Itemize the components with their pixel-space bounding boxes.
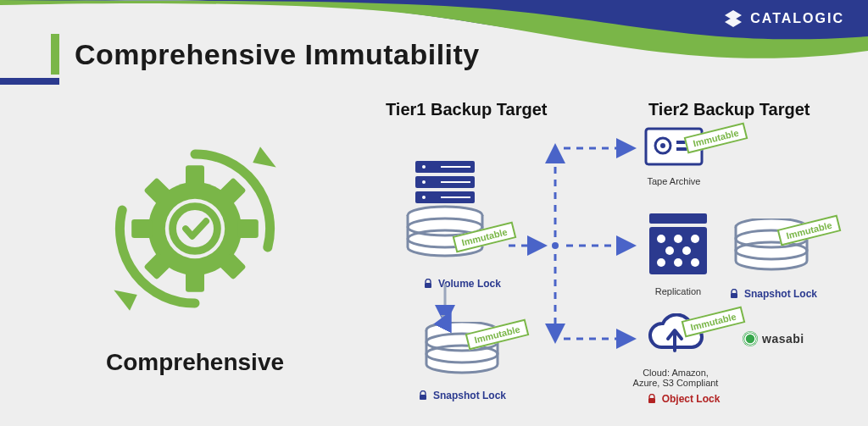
comprehensive-label: Comprehensive <box>68 349 322 376</box>
svg-point-37 <box>691 235 699 243</box>
catalogic-mark-icon <box>723 8 743 29</box>
lock-icon <box>729 289 739 299</box>
comprehensive-block: Comprehensive <box>68 136 322 376</box>
svg-rect-3 <box>131 219 152 238</box>
tier1-heading: Tier1 Backup Target <box>386 100 547 119</box>
page-title: Comprehensive Immutability <box>51 34 480 75</box>
brand-name: CATALOGIC <box>750 11 844 26</box>
accent-bar-left <box>0 78 59 85</box>
svg-point-40 <box>657 258 665 267</box>
lock-icon <box>423 279 433 289</box>
gear-cycle-icon <box>102 136 288 322</box>
svg-rect-23 <box>425 283 431 288</box>
replication-block: Replication <box>644 212 712 296</box>
wasabi-logo: wasabi <box>742 330 804 347</box>
lock-icon <box>647 394 657 404</box>
snapshot-lock-label: Snapshot Lock <box>433 390 506 401</box>
repl-snapshot-lock-label: Snapshot Lock <box>744 288 817 300</box>
svg-point-42 <box>691 258 699 267</box>
title-text: Comprehensive Immutability <box>75 38 480 71</box>
brand-logo: CATALOGIC <box>723 8 844 29</box>
title-accent-bar <box>51 34 59 75</box>
tier2-heading: Tier2 Backup Target <box>648 100 810 119</box>
replication-label: Replication <box>644 286 712 296</box>
object-lock-row: Object Lock <box>644 393 722 405</box>
svg-point-50 <box>552 242 559 249</box>
svg-point-39 <box>682 246 691 255</box>
replication-appliance-icon <box>644 212 712 279</box>
svg-rect-1 <box>186 165 204 185</box>
svg-rect-4 <box>238 219 259 238</box>
wasabi-mark-icon <box>742 330 759 347</box>
lock-icon <box>418 390 428 401</box>
svg-point-15 <box>422 180 426 184</box>
cloud-label: Cloud: Amazon, Azure, S3 Compliant <box>629 368 722 388</box>
wasabi-name: wasabi <box>762 332 804 346</box>
svg-rect-46 <box>731 293 737 298</box>
repl-snapshot-lock-row: Snapshot Lock <box>729 288 817 300</box>
svg-point-36 <box>674 235 682 243</box>
svg-point-30 <box>660 143 665 148</box>
svg-rect-2 <box>186 272 204 292</box>
svg-point-41 <box>674 258 682 267</box>
server-disk-icon <box>390 159 500 269</box>
svg-rect-27 <box>420 395 426 400</box>
svg-point-38 <box>665 246 674 255</box>
object-lock-label: Object Lock <box>662 393 721 405</box>
snapshot-lock-row: Snapshot Lock <box>403 390 521 401</box>
svg-point-16 <box>422 196 426 199</box>
svg-rect-47 <box>648 398 655 403</box>
svg-point-14 <box>422 165 426 169</box>
volume-lock-row: Volume Lock <box>390 278 534 290</box>
svg-rect-33 <box>649 213 707 224</box>
svg-point-35 <box>657 235 665 243</box>
tape-archive-label: Tape Archive <box>644 176 704 186</box>
volume-lock-label: Volume Lock <box>438 278 501 290</box>
svg-rect-34 <box>649 227 707 274</box>
